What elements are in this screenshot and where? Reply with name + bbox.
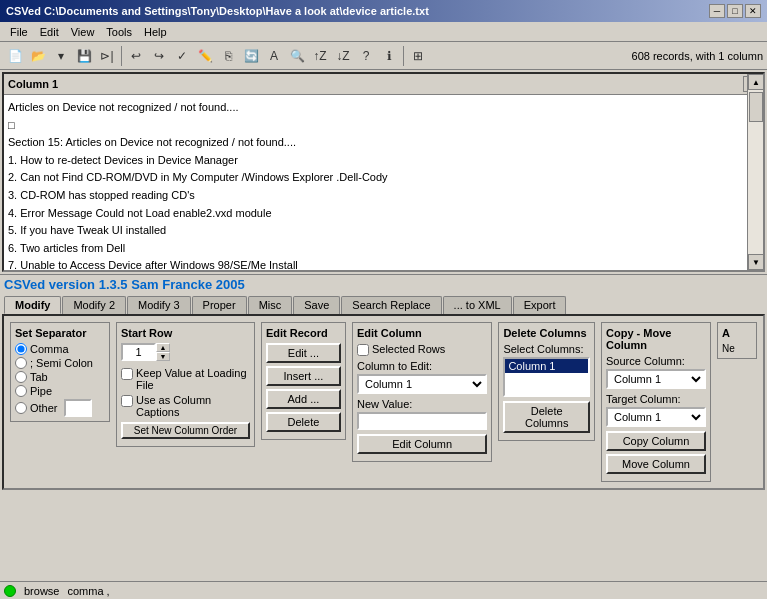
check-button[interactable]: ✓	[171, 45, 193, 67]
selected-rows-check[interactable]: Selected Rows	[357, 343, 487, 356]
title-bar: CSVed C:\Documents and Settings\Tony\Des…	[0, 0, 767, 22]
tab-modify2[interactable]: Modify 2	[62, 296, 126, 314]
menu-view[interactable]: View	[65, 25, 101, 39]
search-button[interactable]: 🔍	[286, 45, 308, 67]
source-column-label: Source Column:	[606, 355, 706, 367]
tab-proper[interactable]: Proper	[192, 296, 247, 314]
menu-edit[interactable]: Edit	[34, 25, 65, 39]
save-next[interactable]: ⊳|	[96, 45, 118, 67]
grid-header: Column 1 +	[4, 74, 763, 95]
font-button[interactable]: A	[263, 45, 285, 67]
tab-modify[interactable]: Modify	[4, 296, 61, 314]
tab-to-xml[interactable]: ... to XML	[443, 296, 512, 314]
save-button[interactable]: 💾	[73, 45, 95, 67]
grid-content[interactable]: Articles on Device not recognized / not …	[4, 95, 763, 269]
edit-record-button[interactable]: Edit ...	[266, 343, 341, 363]
undo-button[interactable]: ↩	[125, 45, 147, 67]
radio-tab[interactable]: Tab	[15, 371, 105, 383]
start-row-section: Start Row ▲ ▼ Keep Value at Loading File…	[116, 322, 255, 447]
sep1	[121, 46, 122, 66]
insert-record-button[interactable]: Insert ...	[266, 366, 341, 386]
open-button[interactable]: 📂	[27, 45, 49, 67]
column1-header: Column 1	[8, 78, 58, 90]
sort-desc-button[interactable]: ↓Z	[332, 45, 354, 67]
scroll-thumb[interactable]	[749, 92, 763, 122]
edit-column-button[interactable]: Edit Column	[357, 434, 487, 454]
status-separator: comma ,	[67, 585, 109, 597]
spinner-buttons: ▲ ▼	[156, 343, 170, 361]
refresh-button[interactable]: 🔄	[240, 45, 262, 67]
spinner-down[interactable]: ▼	[156, 352, 170, 361]
tab-search-replace[interactable]: Search Replace	[341, 296, 441, 314]
keep-value-checkbox[interactable]	[121, 368, 133, 380]
export-button[interactable]: ⊞	[407, 45, 429, 67]
redo-button[interactable]: ↪	[148, 45, 170, 67]
delete-columns-section: Delete Columns Select Columns: Column 1 …	[498, 322, 595, 441]
column-to-edit-select[interactable]: Column 1	[357, 374, 487, 394]
extra-title: A	[722, 327, 752, 339]
use-as-caption-checkbox[interactable]	[121, 395, 133, 407]
add-record-button[interactable]: Add ...	[266, 389, 341, 409]
radio-pipe[interactable]: Pipe	[15, 385, 105, 397]
scroll-down-button[interactable]: ▼	[748, 254, 764, 270]
scroll-track	[748, 90, 763, 254]
info-button[interactable]: ℹ	[378, 45, 400, 67]
edit-button[interactable]: ✏️	[194, 45, 216, 67]
selected-rows-checkbox[interactable]	[357, 344, 369, 356]
sort-asc-button[interactable]: ↑Z	[309, 45, 331, 67]
move-column-button[interactable]: Move Column	[606, 454, 706, 474]
other-separator-input[interactable]	[64, 399, 92, 417]
menu-help[interactable]: Help	[138, 25, 173, 39]
radio-other[interactable]: Other	[15, 399, 105, 417]
tab-save[interactable]: Save	[293, 296, 340, 314]
source-column-select[interactable]: Column 1	[606, 369, 706, 389]
scroll-up-button[interactable]: ▲	[748, 74, 764, 90]
select-columns-label: Select Columns:	[503, 343, 590, 355]
grid-row: 6. Two articles from Dell	[8, 240, 745, 258]
tab-export[interactable]: Export	[513, 296, 567, 314]
open-dropdown[interactable]: ▾	[50, 45, 72, 67]
use-as-caption-check[interactable]: Use as Column Captions	[121, 394, 250, 418]
delete-record-button[interactable]: Delete	[266, 412, 341, 432]
copy-button[interactable]: ⎘	[217, 45, 239, 67]
target-column-select[interactable]: Column 1	[606, 407, 706, 427]
help-button[interactable]: ?	[355, 45, 377, 67]
spinner-up[interactable]: ▲	[156, 343, 170, 352]
grid-row: 7. Unable to Access Device after Windows…	[8, 257, 745, 269]
tab-misc[interactable]: Misc	[248, 296, 293, 314]
delete-columns-button[interactable]: Delete Columns	[503, 401, 590, 433]
separator-radio-group: Comma ; Semi Colon Tab Pipe Other	[15, 343, 105, 417]
main-area: Column 1 + Articles on Device not recogn…	[0, 70, 767, 581]
status-bar: browse comma ,	[0, 581, 767, 599]
set-new-column-order-button[interactable]: Set New Column Order	[121, 422, 250, 439]
status-mode: browse	[24, 585, 59, 597]
set-separator-section: Set Separator Comma ; Semi Colon Tab Pip…	[10, 322, 110, 422]
grid-row: Section 15: Articles on Device not recog…	[8, 134, 745, 152]
grid-row: 3. CD-ROM has stopped reading CD's	[8, 187, 745, 205]
tab-modify3[interactable]: Modify 3	[127, 296, 191, 314]
bottom-panel: Set Separator Comma ; Semi Colon Tab Pip…	[2, 314, 765, 490]
new-button[interactable]: 📄	[4, 45, 26, 67]
version-text: CSVed version 1.3.5 Sam Francke 2005	[4, 277, 245, 292]
radio-comma[interactable]: Comma	[15, 343, 105, 355]
edit-record-title: Edit Record	[266, 327, 341, 339]
grid-scrollbar[interactable]: ▲ ▼	[747, 74, 763, 270]
tabs-row: Modify Modify 2 Modify 3 Proper Misc Sav…	[0, 294, 767, 314]
minimize-button[interactable]: ─	[709, 4, 725, 18]
edit-column-title: Edit Column	[357, 327, 487, 339]
menu-file[interactable]: File	[4, 25, 34, 39]
grid-row: □	[8, 117, 745, 135]
menu-tools[interactable]: Tools	[100, 25, 138, 39]
maximize-button[interactable]: □	[727, 4, 743, 18]
delete-columns-title: Delete Columns	[503, 327, 590, 339]
grid-row: 4. Error Message Could not Load enable2.…	[8, 205, 745, 223]
start-row-input[interactable]	[121, 343, 156, 361]
column-list-item[interactable]: Column 1	[505, 359, 588, 373]
copy-column-button[interactable]: Copy Column	[606, 431, 706, 451]
columns-list[interactable]: Column 1	[503, 357, 590, 397]
close-button[interactable]: ✕	[745, 4, 761, 18]
keep-value-check[interactable]: Keep Value at Loading File	[121, 367, 250, 391]
use-as-caption-label: Use as Column Captions	[136, 394, 250, 418]
new-value-input[interactable]	[357, 412, 487, 430]
radio-semicolon[interactable]: ; Semi Colon	[15, 357, 105, 369]
